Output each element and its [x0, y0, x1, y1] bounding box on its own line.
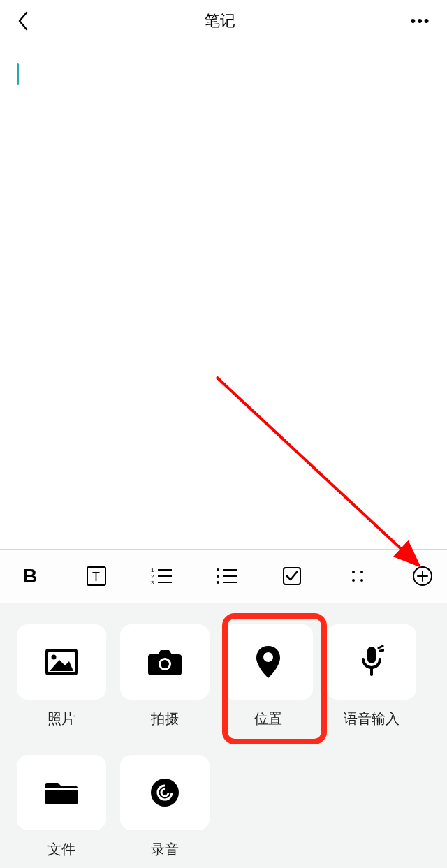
add-button[interactable]	[408, 561, 437, 591]
camera-icon-box	[120, 624, 210, 700]
bold-icon: B	[22, 566, 41, 587]
insert-panel: 照片 拍摄 位置	[0, 603, 447, 868]
numbered-list-icon: 1 2 3	[151, 567, 173, 585]
insert-grid: 照片 拍摄 位置	[17, 624, 430, 859]
insert-file[interactable]: 文件	[17, 755, 106, 859]
svg-text:T: T	[92, 570, 100, 584]
photo-icon-box	[17, 624, 106, 700]
page-title: 笔记	[205, 10, 235, 31]
record-icon-box	[120, 755, 210, 830]
svg-point-16	[352, 571, 355, 573]
voice-label: 语音输入	[344, 709, 400, 728]
more-icon: •••	[410, 12, 430, 30]
bullet-list-icon	[216, 567, 238, 585]
location-icon	[254, 645, 282, 679]
checkbox-button[interactable]	[277, 561, 307, 591]
svg-point-29	[263, 652, 273, 662]
svg-text:3: 3	[151, 580, 154, 585]
insert-voice[interactable]: 语音输入	[327, 624, 416, 728]
insert-record[interactable]: 录音	[120, 755, 210, 859]
back-button[interactable]	[13, 10, 34, 31]
more-button[interactable]: •••	[406, 10, 434, 31]
svg-text:B: B	[23, 566, 37, 587]
svg-point-18	[352, 579, 355, 582]
svg-text:2: 2	[151, 573, 154, 580]
svg-point-17	[360, 571, 363, 573]
note-editor[interactable]	[0, 42, 447, 106]
plus-circle-icon	[412, 566, 433, 587]
folder-icon	[44, 779, 79, 807]
svg-point-11	[217, 581, 219, 584]
location-icon-box	[224, 624, 313, 700]
svg-rect-32	[45, 788, 78, 790]
insert-camera[interactable]: 拍摄	[120, 624, 210, 728]
format-toolbar: B T 1 2 3	[0, 549, 447, 603]
bullet-list-button[interactable]	[212, 561, 242, 591]
voice-icon-box	[327, 624, 416, 700]
camera-icon	[147, 647, 183, 677]
svg-rect-15	[284, 568, 300, 584]
microphone-icon	[359, 645, 384, 679]
camera-label: 拍摄	[151, 709, 179, 728]
more-format-button[interactable]	[343, 561, 372, 591]
svg-point-25	[52, 655, 57, 660]
record-icon	[149, 777, 180, 808]
svg-line-35	[217, 377, 419, 566]
svg-rect-30	[367, 647, 376, 663]
checkbox-icon	[282, 566, 302, 586]
svg-point-33	[151, 779, 179, 807]
location-label: 位置	[254, 709, 282, 728]
svg-point-28	[161, 660, 169, 668]
numbered-list-button[interactable]: 1 2 3	[147, 561, 177, 591]
text-style-icon: T	[86, 566, 107, 587]
header: 笔记 •••	[0, 0, 447, 42]
record-label: 录音	[151, 840, 179, 859]
svg-text:1: 1	[151, 567, 154, 573]
file-label: 文件	[47, 840, 75, 859]
svg-point-19	[360, 579, 363, 582]
insert-location[interactable]: 位置	[224, 624, 313, 728]
photo-icon	[44, 647, 79, 677]
insert-photo[interactable]: 照片	[17, 624, 106, 728]
svg-point-10	[217, 575, 219, 578]
photo-label: 照片	[47, 709, 75, 728]
dots-icon	[349, 568, 366, 584]
text-cursor	[17, 63, 19, 85]
text-style-button[interactable]: T	[82, 561, 111, 591]
chevron-left-icon	[17, 11, 29, 31]
bold-button[interactable]: B	[17, 561, 46, 591]
file-icon-box	[17, 755, 106, 830]
svg-point-9	[217, 568, 219, 571]
